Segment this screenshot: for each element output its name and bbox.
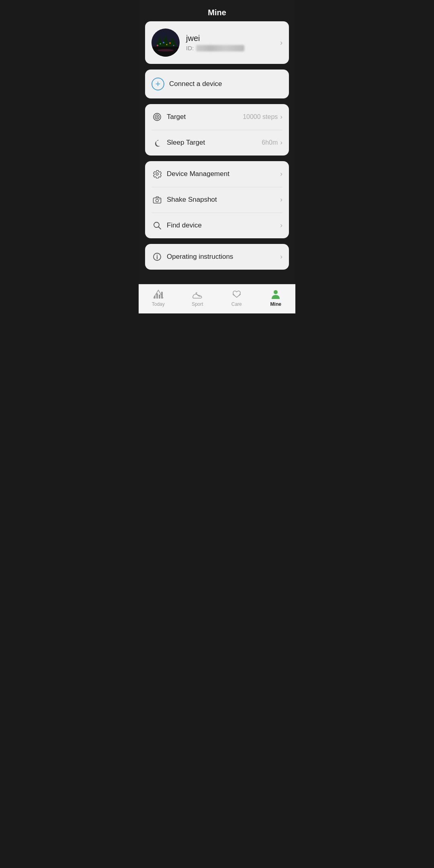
id-value-blurred <box>196 45 244 51</box>
connect-device-card[interactable]: + Connect a device <box>145 70 289 98</box>
nav-today[interactable]: Today <box>144 289 172 307</box>
today-icon <box>153 289 164 300</box>
svg-point-10 <box>169 42 171 44</box>
target-label: Target <box>167 113 243 121</box>
svg-point-24 <box>157 255 158 256</box>
bottom-nav: Today Sport <box>139 284 295 313</box>
shake-snapshot-chevron: › <box>280 196 283 204</box>
svg-point-6 <box>157 45 158 46</box>
id-label: ID: <box>186 45 194 51</box>
avatar <box>151 29 180 57</box>
find-device-row[interactable]: Find device › <box>145 213 289 238</box>
connect-plus-icon: + <box>151 78 164 90</box>
shake-snapshot-row[interactable]: Shake Snapshot › <box>145 187 289 213</box>
svg-point-29 <box>274 290 278 294</box>
profile-name: jwei <box>186 34 277 43</box>
svg-point-9 <box>166 44 168 45</box>
svg-point-16 <box>156 116 158 118</box>
svg-rect-17 <box>154 198 161 203</box>
svg-line-21 <box>159 227 161 229</box>
device-management-label: Device Management <box>167 170 280 178</box>
today-label: Today <box>152 301 165 307</box>
sleep-chevron: › <box>280 139 283 147</box>
page-title: Mine <box>208 8 226 17</box>
search-icon <box>151 220 163 231</box>
mine-icon <box>270 289 281 300</box>
profile-chevron: › <box>280 39 283 47</box>
operating-instructions-label: Operating instructions <box>167 253 280 261</box>
sport-label: Sport <box>192 301 203 307</box>
target-icon <box>151 111 163 123</box>
sleep-target-row[interactable]: Sleep Target 6h0m › <box>145 130 289 156</box>
profile-row[interactable]: jwei ID: › <box>145 21 289 64</box>
operating-instructions-row[interactable]: Operating instructions › <box>145 244 289 270</box>
device-settings-card: Device Management › Shake Snapshot › <box>145 161 289 238</box>
connect-device-label: Connect a device <box>169 80 283 88</box>
find-device-chevron: › <box>280 221 283 229</box>
sleep-target-label: Sleep Target <box>167 139 262 147</box>
page-header: Mine <box>139 0 295 21</box>
operating-instructions-card[interactable]: Operating instructions › <box>145 244 289 270</box>
svg-rect-26 <box>156 293 158 299</box>
camera-icon <box>151 194 163 205</box>
device-management-row[interactable]: Device Management › <box>145 161 289 187</box>
targets-card: Target 10000 steps › Sleep Target 6h0m › <box>145 104 289 156</box>
content-area: jwei ID: › + Connect a device <box>139 21 295 284</box>
profile-id-row: ID: <box>186 45 277 51</box>
care-icon <box>231 289 242 300</box>
operating-instructions-chevron: › <box>280 253 283 261</box>
svg-point-8 <box>163 42 164 43</box>
mine-label: Mine <box>270 301 281 307</box>
nav-mine[interactable]: Mine <box>262 289 290 307</box>
nav-sport[interactable]: Sport <box>183 289 211 307</box>
sleep-icon <box>151 137 163 148</box>
nav-care[interactable]: Care <box>223 289 251 307</box>
svg-point-13 <box>158 49 174 51</box>
device-management-chevron: › <box>280 170 283 178</box>
sport-icon <box>192 289 203 300</box>
care-label: Care <box>231 301 242 307</box>
info-icon <box>151 251 163 262</box>
svg-point-19 <box>160 199 160 200</box>
gear-icon <box>151 168 163 180</box>
shake-snapshot-label: Shake Snapshot <box>167 196 280 204</box>
target-row[interactable]: Target 10000 steps › <box>145 104 289 130</box>
svg-point-11 <box>173 45 174 46</box>
profile-card[interactable]: jwei ID: › <box>145 21 289 64</box>
sleep-target-value: 6h0m <box>262 139 278 146</box>
svg-point-18 <box>156 199 159 202</box>
target-value: 10000 steps <box>243 113 278 121</box>
find-device-label: Find device <box>167 221 280 229</box>
target-chevron: › <box>280 113 283 121</box>
svg-rect-27 <box>159 295 160 299</box>
svg-point-7 <box>160 43 161 45</box>
profile-info: jwei ID: <box>186 34 277 51</box>
connect-device-row[interactable]: + Connect a device <box>145 70 289 98</box>
